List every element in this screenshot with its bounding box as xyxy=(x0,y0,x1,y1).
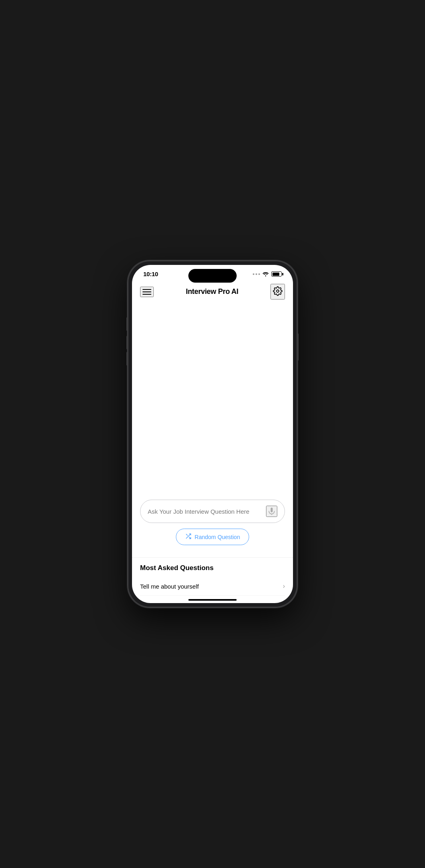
signal-icon xyxy=(253,273,260,275)
question-text: Tell me about yourself xyxy=(140,583,199,590)
search-input[interactable] xyxy=(148,508,266,515)
phone-frame: 10:10 xyxy=(128,261,297,607)
settings-button[interactable] xyxy=(270,284,285,300)
wifi-icon xyxy=(262,272,269,277)
menu-button[interactable] xyxy=(140,287,154,297)
question-item[interactable]: Tell me about yourself › xyxy=(140,577,285,596)
status-icons xyxy=(253,271,282,277)
random-question-button[interactable]: Random Question xyxy=(176,529,250,545)
status-time: 10:10 xyxy=(143,271,158,277)
main-content: Random Question Most Asked Questions Tel… xyxy=(132,304,293,603)
home-indicator xyxy=(132,596,293,603)
microphone-icon xyxy=(268,507,276,515)
status-bar: 10:10 xyxy=(132,265,293,281)
random-button-container: Random Question xyxy=(140,529,285,545)
bottom-section: Most Asked Questions Tell me about yours… xyxy=(132,557,293,596)
home-bar xyxy=(188,599,237,601)
battery-icon xyxy=(271,271,282,277)
chevron-right-icon: › xyxy=(283,583,285,590)
dynamic-island xyxy=(188,269,237,283)
gear-icon xyxy=(273,286,283,296)
search-input-wrapper xyxy=(140,500,285,523)
search-container xyxy=(140,500,285,523)
microphone-button[interactable] xyxy=(266,506,277,517)
content-area: Random Question xyxy=(132,304,293,557)
nav-title: Interview Pro AI xyxy=(186,287,239,296)
shuffle-icon xyxy=(185,533,192,541)
nav-bar: Interview Pro AI xyxy=(132,281,293,304)
most-asked-title: Most Asked Questions xyxy=(140,564,285,572)
phone-screen: 10:10 xyxy=(132,265,293,603)
random-question-label: Random Question xyxy=(195,534,240,540)
